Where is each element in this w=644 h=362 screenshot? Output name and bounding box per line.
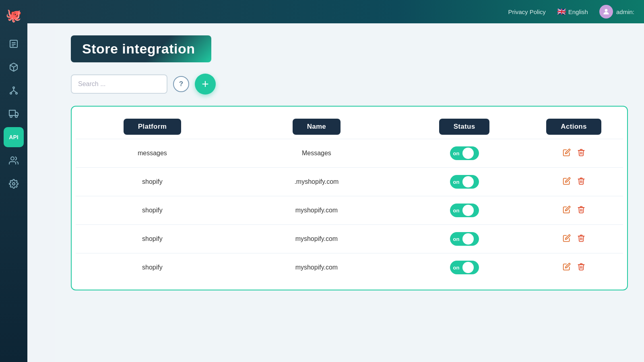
- column-header-platform: Platform: [76, 115, 229, 139]
- cell-actions-2: [524, 196, 623, 225]
- cell-status-0: on: [404, 139, 524, 168]
- action-cell-2: [533, 206, 615, 216]
- sidebar-logo: 🐙: [5, 6, 23, 24]
- cell-platform-2: shopify: [76, 196, 229, 225]
- delete-icon-4[interactable]: [577, 263, 585, 273]
- sidebar-item-network[interactable]: [4, 80, 24, 101]
- toggle-knob-1: [462, 176, 474, 187]
- cell-name-1: .myshopify.com: [229, 168, 404, 196]
- edit-icon-1[interactable]: [563, 177, 571, 187]
- action-cell-1: [533, 177, 615, 187]
- edit-icon-2[interactable]: [563, 206, 571, 216]
- page-title-wrap: Store integration: [71, 35, 211, 62]
- svg-marker-12: [15, 112, 18, 115]
- toggle-label-2: on: [452, 208, 461, 214]
- table-row: shopify myshopify.com on: [76, 225, 623, 253]
- privacy-policy-link[interactable]: Privacy Policy: [508, 8, 545, 15]
- svg-point-16: [12, 183, 15, 185]
- toggle-1[interactable]: on: [450, 175, 479, 189]
- svg-line-9: [11, 90, 14, 93]
- action-cell-4: [533, 263, 615, 273]
- edit-icon-3[interactable]: [563, 234, 571, 244]
- cell-platform-4: shopify: [76, 253, 229, 282]
- cell-platform-0: messages: [76, 139, 229, 168]
- sidebar-item-orders[interactable]: [4, 34, 24, 54]
- cell-actions-4: [524, 253, 623, 282]
- cell-actions-0: [524, 139, 623, 168]
- toggle-knob-4: [462, 262, 474, 273]
- svg-point-14: [15, 115, 17, 117]
- cell-status-2: on: [404, 196, 524, 225]
- cell-name-2: myshopify.com: [229, 196, 404, 225]
- toggle-label-3: on: [452, 236, 461, 242]
- help-button[interactable]: ?: [173, 76, 189, 92]
- toggle-knob-0: [462, 148, 474, 159]
- sidebar-item-users[interactable]: [4, 150, 24, 171]
- search-input[interactable]: [71, 74, 167, 94]
- cell-name-3: myshopify.com: [229, 225, 404, 253]
- search-area: ? +: [71, 74, 628, 95]
- page-title: Store integration: [82, 41, 195, 57]
- integrations-table: Platform Name Status Actions messages Me…: [76, 115, 623, 282]
- svg-point-15: [11, 157, 14, 160]
- column-header-status: Status: [404, 115, 524, 139]
- sidebar-item-api[interactable]: API: [4, 127, 24, 147]
- username-label: admin:: [616, 8, 634, 15]
- topbar: Privacy Policy 🇬🇧 English admin:: [27, 0, 644, 23]
- cell-status-4: on: [404, 253, 524, 282]
- column-header-name: Name: [229, 115, 404, 139]
- svg-point-13: [10, 115, 12, 117]
- delete-icon-1[interactable]: [577, 177, 585, 187]
- user-menu[interactable]: admin:: [599, 5, 634, 19]
- octopus-logo-icon: 🐙: [6, 8, 22, 23]
- delete-icon-2[interactable]: [577, 206, 585, 216]
- sidebar-item-settings[interactable]: [4, 174, 24, 194]
- user-avatar-icon: [599, 5, 613, 19]
- column-header-actions: Actions: [524, 115, 623, 139]
- svg-rect-11: [9, 110, 15, 115]
- toggle-label-4: on: [452, 265, 461, 271]
- language-label: English: [568, 8, 588, 15]
- main-content: Store integration ? + Platform Name Stat…: [55, 23, 644, 362]
- edit-icon-0[interactable]: [563, 148, 571, 158]
- sidebar: 🐙 API: [0, 0, 27, 362]
- toggle-4[interactable]: on: [450, 261, 479, 274]
- toggle-3[interactable]: on: [450, 232, 479, 246]
- delete-icon-0[interactable]: [577, 148, 585, 158]
- sidebar-item-box[interactable]: [4, 57, 24, 77]
- sidebar-item-delivery[interactable]: [4, 104, 24, 124]
- action-cell-3: [533, 234, 615, 244]
- delete-icon-3[interactable]: [577, 234, 585, 244]
- toggle-knob-3: [462, 233, 474, 245]
- action-cell-0: [533, 148, 615, 158]
- cell-actions-1: [524, 168, 623, 196]
- table-row: shopify .myshopify.com on: [76, 168, 623, 196]
- toggle-label-0: on: [452, 150, 461, 156]
- cell-platform-3: shopify: [76, 225, 229, 253]
- toggle-0[interactable]: on: [450, 146, 479, 160]
- table-row: shopify myshopify.com on: [76, 253, 623, 282]
- svg-line-10: [14, 90, 17, 93]
- cell-name-0: Messages: [229, 139, 404, 168]
- language-selector[interactable]: 🇬🇧 English: [557, 7, 588, 16]
- toggle-2[interactable]: on: [450, 204, 479, 217]
- cell-status-1: on: [404, 168, 524, 196]
- cell-actions-3: [524, 225, 623, 253]
- toggle-knob-2: [462, 205, 474, 216]
- toggle-label-1: on: [452, 179, 461, 185]
- integrations-table-container: Platform Name Status Actions messages Me…: [71, 106, 628, 290]
- table-body: messages Messages on shopify: [76, 139, 623, 282]
- api-label: API: [9, 134, 18, 140]
- add-integration-button[interactable]: +: [195, 74, 216, 95]
- cell-name-4: myshopify.com: [229, 253, 404, 282]
- flag-icon: 🇬🇧: [557, 7, 566, 16]
- cell-platform-1: shopify: [76, 168, 229, 196]
- table-row: messages Messages on: [76, 139, 623, 168]
- svg-point-17: [605, 9, 608, 12]
- add-icon: +: [202, 77, 209, 91]
- edit-icon-4[interactable]: [563, 263, 571, 273]
- cell-status-3: on: [404, 225, 524, 253]
- table-row: shopify myshopify.com on: [76, 196, 623, 225]
- table-header-row: Platform Name Status Actions: [76, 115, 623, 139]
